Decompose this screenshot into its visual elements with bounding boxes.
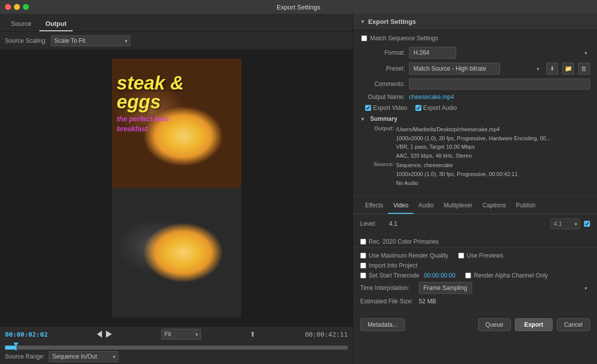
export-settings-title: Export Settings — [368, 18, 416, 25]
video-settings: Level: 4.1 4.1 4.2 5.0 — [353, 214, 597, 236]
comments-input[interactable] — [409, 79, 590, 90]
file-size-row: Estimated File Size: 52 MB — [360, 298, 590, 305]
summary-header[interactable]: ▼ Summary — [360, 115, 590, 122]
tab-audio[interactable]: Audio — [413, 198, 439, 214]
tab-output[interactable]: Output — [39, 17, 73, 31]
summary-source-line3: No Audio — [396, 179, 518, 188]
expand-icon[interactable]: ▼ — [360, 19, 365, 24]
preview-area: steak & eggs the perfect keto breakfast — [0, 50, 353, 326]
format-row: Format: H.264 H.265 (HEVC) QuickTime MXF… — [360, 47, 590, 59]
source-scaling-row: Source Scaling: Scale To Fit Scale To Fi… — [0, 32, 353, 50]
timecode-value: 00:00:00:00 — [424, 272, 455, 279]
tab-video[interactable]: Video — [388, 198, 413, 214]
match-sequence-checkbox[interactable] — [361, 35, 367, 41]
summary-source-line1: Sequence, cheesecake — [396, 161, 518, 170]
set-start-timecode-item: Set Start Timecode 00:00:00:00 — [360, 272, 455, 279]
comments-label: Comments: — [360, 81, 405, 88]
right-panel: ▼ Export Settings Match Sequence Setting… — [353, 14, 597, 364]
match-sequence-row: Match Sequence Settings — [360, 35, 590, 42]
output-name-link[interactable]: cheesecake.mp4 — [409, 93, 454, 100]
summary-output-values: /Users/Maebells/Desktop/cheesecake.mp4 1… — [396, 125, 551, 160]
steak-text-line1: steak & — [117, 74, 184, 92]
title-bar: Export Settings — [0, 0, 597, 14]
format-select[interactable]: H.264 H.265 (HEVC) QuickTime MXF OP1a — [409, 47, 456, 59]
level-row: Level: 4.1 4.1 4.2 5.0 — [360, 218, 590, 229]
maximize-button[interactable] — [23, 4, 29, 10]
import-icon[interactable]: ⬆ — [250, 330, 256, 338]
source-range-select[interactable]: Sequence In/Out Work Area Entire Sequenc… — [49, 351, 118, 362]
summary-content: Output: /Users/Maebells/Desktop/cheeseca… — [360, 125, 590, 187]
match-sequence-label: Match Sequence Settings — [370, 35, 438, 42]
output-name-row: Output Name: cheesecake.mp4 — [360, 93, 590, 100]
timecode-row: Set Start Timecode 00:00:00:00 Render Al… — [360, 272, 590, 279]
import-preset-button[interactable]: 📁 — [562, 63, 574, 75]
play-button[interactable] — [106, 331, 112, 338]
set-start-timecode-checkbox[interactable] — [360, 273, 366, 278]
time-interpolation-label: Time Interpolation: — [360, 284, 415, 291]
use-max-render-checkbox[interactable] — [360, 253, 366, 259]
level-checkbox[interactable] — [584, 221, 590, 227]
format-select-wrapper: H.264 H.265 (HEVC) QuickTime MXF OP1a — [409, 47, 590, 59]
timeline-bar-area[interactable] — [0, 342, 353, 349]
tab-publish[interactable]: Publish — [511, 198, 540, 214]
time-interpolation-select[interactable]: Frame Sampling Frame Blending Optical Fl… — [419, 282, 472, 294]
delete-preset-button[interactable]: 🗑 — [578, 63, 590, 75]
summary-source-label: Source: — [367, 161, 394, 187]
export-video-label: Export Video — [373, 104, 407, 111]
close-button[interactable] — [5, 4, 11, 10]
render-quality-row: Use Maximum Render Quality Use Previews — [360, 252, 590, 259]
total-time: 00:00:42:11 — [305, 331, 348, 338]
left-panel: Source Output Source Scaling: Scale To F… — [0, 14, 353, 364]
rec2020-label: Rec. 2020 Color Primaries — [369, 238, 439, 245]
timeline-track[interactable] — [5, 346, 348, 350]
minimize-button[interactable] — [14, 4, 20, 10]
source-scaling-label: Source Scaling: — [5, 37, 47, 44]
timeline-playhead[interactable] — [15, 343, 16, 351]
summary-output-label: Output: — [367, 125, 394, 160]
summary-output-line3: VBR, 1 pass, Target 10.00 Mbps — [396, 143, 551, 152]
preview-bottom — [112, 188, 241, 317]
rec2020-row: Rec. 2020 Color Primaries — [353, 236, 597, 248]
tab-effects[interactable]: Effects — [360, 198, 388, 214]
steak-text-line2: eggs — [117, 92, 184, 111]
level-select[interactable]: 4.1 4.2 5.0 — [550, 218, 580, 229]
comments-row: Comments: — [360, 79, 590, 90]
tab-captions[interactable]: Captions — [478, 198, 511, 214]
settings-content: Match Sequence Settings Format: H.264 H.… — [353, 30, 597, 193]
footer-left: Metadata... — [360, 318, 405, 331]
cancel-button[interactable]: Cancel — [557, 318, 590, 331]
source-scaling-select[interactable]: Scale To Fit Scale To Fill Stretch To Fi… — [51, 35, 130, 46]
rec2020-checkbox[interactable] — [360, 239, 366, 245]
save-preset-button[interactable]: ⬇ — [546, 63, 558, 75]
window-controls[interactable] — [5, 4, 29, 10]
summary-output-line4: AAC, 320 kbps, 48 kHz, Stereo — [396, 152, 551, 161]
use-max-render-item: Use Maximum Render Quality — [360, 252, 448, 259]
export-button[interactable]: Export — [515, 318, 553, 331]
preset-select[interactable]: Match Source - High bitrate Match Source… — [409, 63, 500, 75]
step-back-button[interactable] — [97, 331, 102, 338]
queue-button[interactable]: Queue — [478, 318, 511, 331]
summary-output-row: Output: /Users/Maebells/Desktop/cheeseca… — [367, 125, 590, 160]
use-previews-label: Use Previews — [467, 252, 503, 259]
preview-top: steak & eggs the perfect keto breakfast — [112, 59, 241, 188]
summary-source-values: Sequence, cheesecake 1000x2000 (1.0), 30… — [396, 161, 518, 187]
video-preview: steak & eggs the perfect keto breakfast — [112, 59, 241, 317]
metadata-button[interactable]: Metadata... — [360, 318, 405, 331]
timeline-area: 00:00:02:02 Fit 25% 50% 100% — [0, 326, 353, 364]
use-previews-checkbox[interactable] — [458, 253, 464, 259]
summary-output-line2: 1000x2000 (1.0), 30 fps, Progressive, Ha… — [396, 134, 551, 143]
summary-expand-icon[interactable]: ▼ — [360, 116, 365, 122]
summary-source-row: Source: Sequence, cheesecake 1000x2000 (… — [367, 161, 590, 187]
source-range-row: Source Range: Sequence In/Out Work Area … — [0, 349, 353, 364]
fit-select[interactable]: Fit 25% 50% 100% — [161, 329, 201, 340]
summary-title: Summary — [370, 115, 398, 122]
bottom-checkboxes: Use Maximum Render Quality Use Previews … — [353, 248, 597, 314]
export-audio-checkbox[interactable] — [415, 105, 421, 111]
export-video-checkbox[interactable] — [365, 105, 371, 111]
playback-controls — [97, 331, 112, 338]
tab-multiplexer[interactable]: Multiplexer — [439, 198, 478, 214]
tab-source[interactable]: Source — [5, 17, 37, 31]
import-into-project-checkbox[interactable] — [360, 263, 366, 269]
render-alpha-checkbox[interactable] — [465, 273, 471, 278]
timeline-controls: 00:00:02:02 Fit 25% 50% 100% — [0, 327, 353, 342]
